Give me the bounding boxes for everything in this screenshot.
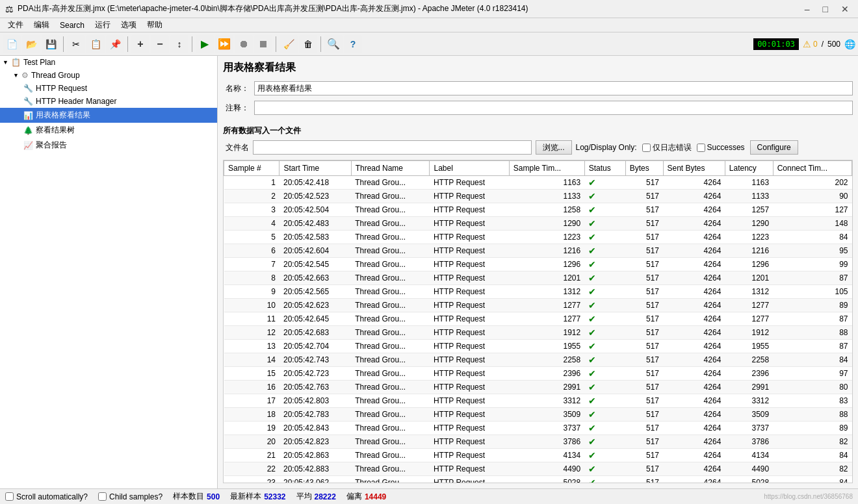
file-input[interactable] <box>253 140 532 155</box>
col-sample[interactable]: Sample # <box>224 161 280 176</box>
col-latency[interactable]: Latency <box>725 161 773 176</box>
results-table-container[interactable]: Sample # Start Time Thread Name Label Sa… <box>223 160 853 483</box>
menu-help[interactable]: 帮助 <box>142 18 168 32</box>
col-status[interactable]: Status <box>584 161 625 176</box>
table-row: 1620:05:42.763Thread Grou...HTTP Request… <box>224 381 852 394</box>
toolbar-add[interactable]: + <box>131 35 150 53</box>
table-cell: 517 <box>625 462 663 476</box>
sidebar-item-thread-group[interactable]: ▼ ⚙ Thread Group <box>0 69 217 82</box>
table-cell: 517 <box>625 244 663 258</box>
table-cell: 4490 <box>509 462 584 476</box>
table-cell: ✔ <box>584 394 625 408</box>
table-cell: 2396 <box>509 367 584 381</box>
table-cell: ✔ <box>584 231 625 244</box>
table-cell: HTTP Request <box>430 217 509 231</box>
log-error-checkbox[interactable] <box>642 144 651 152</box>
table-header-row: Sample # Start Time Thread Name Label Sa… <box>224 161 852 176</box>
successes-checkbox-label[interactable]: Successes <box>697 143 745 152</box>
toolbar-cut[interactable]: ✂ <box>67 35 85 53</box>
table-cell: Thread Grou... <box>351 176 430 190</box>
table-cell: 20:05:42.418 <box>280 176 351 190</box>
table-cell: HTTP Request <box>430 271 509 285</box>
table-cell: HTTP Request <box>430 462 509 476</box>
table-cell: 97 <box>773 367 852 381</box>
toolbar-start[interactable]: ▶ <box>196 35 214 53</box>
scroll-auto-label[interactable]: Scroll automatically? <box>5 492 88 501</box>
comment-input[interactable] <box>254 101 853 115</box>
table-cell: 1312 <box>725 285 773 299</box>
sidebar-item-results-table[interactable]: 📊 用表格察看结果 <box>0 108 217 123</box>
test-plan-label: Test Plan <box>23 58 55 67</box>
table-cell: 20:05:42.803 <box>280 394 351 408</box>
table-cell: HTTP Request <box>430 340 509 353</box>
maximize-btn[interactable]: □ <box>819 3 832 16</box>
toolbar-clear-all[interactable]: 🗑 <box>299 35 317 53</box>
table-cell: Thread Grou... <box>351 285 430 299</box>
table-cell: 517 <box>625 476 663 484</box>
toolbar-search-icon[interactable]: 🔍 <box>324 35 343 53</box>
table-cell: 88 <box>773 408 852 422</box>
sidebar-item-test-plan[interactable]: ▼ 📋 Test Plan <box>0 56 217 69</box>
table-cell: 4264 <box>663 422 725 435</box>
sidebar-item-http-request[interactable]: 🔧 HTTP Request <box>0 82 217 95</box>
menu-options[interactable]: 选项 <box>116 18 142 32</box>
toolbar-paste[interactable]: 📌 <box>106 35 124 53</box>
toolbar-start-no-pause[interactable]: ⏩ <box>215 35 233 53</box>
toolbar: 📄 📂 💾 ✂ 📋 📌 + − ↕ ▶ ⏩ ⏺ ⏹ 🧹 🗑 🔍 ? 00:01:… <box>0 32 858 56</box>
sidebar-item-http-header[interactable]: 🔧 HTTP Header Manager <box>0 95 217 108</box>
col-sample-time[interactable]: Sample Tim... <box>509 161 584 176</box>
col-connect-time[interactable]: Connect Tim... <box>773 161 852 176</box>
table-cell: 16 <box>224 381 280 394</box>
sidebar-item-aggregate[interactable]: 📈 聚合报告 <box>0 138 217 153</box>
col-bytes[interactable]: Bytes <box>625 161 663 176</box>
menu-run[interactable]: 运行 <box>90 18 116 32</box>
configure-btn[interactable]: Configure <box>750 140 798 155</box>
child-samples-checkbox[interactable] <box>98 492 107 501</box>
table-cell: 4264 <box>663 258 725 271</box>
close-btn[interactable]: ✕ <box>837 3 853 16</box>
table-cell: 517 <box>625 258 663 271</box>
successes-checkbox[interactable] <box>697 144 705 152</box>
toolbar-save[interactable]: 💾 <box>42 35 60 53</box>
col-sent-bytes[interactable]: Sent Bytes <box>663 161 725 176</box>
table-cell: 1216 <box>725 244 773 258</box>
table-cell: 4134 <box>725 449 773 462</box>
table-cell: HTTP Request <box>430 408 509 422</box>
table-cell: 517 <box>625 299 663 312</box>
content-panel: 用表格察看结果 名称： 注释： 所有数据写入一个文件 文件名 浏览... Log… <box>218 56 858 488</box>
menu-edit[interactable]: 编辑 <box>29 18 55 32</box>
col-start-time[interactable]: Start Time <box>280 161 351 176</box>
menu-file[interactable]: 文件 <box>3 18 29 32</box>
toolbar-new[interactable]: 📄 <box>3 35 21 53</box>
results-table-icon: 📊 <box>23 111 33 120</box>
menu-search[interactable]: Search <box>55 19 90 31</box>
toolbar-clear[interactable]: 🧹 <box>280 35 298 53</box>
table-cell: HTTP Request <box>430 353 509 367</box>
aggregate-icon: 📈 <box>23 141 33 150</box>
col-thread-name[interactable]: Thread Name <box>351 161 430 176</box>
name-input[interactable] <box>254 81 853 95</box>
toolbar-open[interactable]: 📂 <box>22 35 40 53</box>
table-cell: Thread Grou... <box>351 408 430 422</box>
table-cell: 4264 <box>663 326 725 340</box>
col-label[interactable]: Label <box>430 161 509 176</box>
log-error-checkbox-label[interactable]: 仅日志错误 <box>642 142 692 153</box>
toolbar-stop[interactable]: ⏺ <box>235 35 253 53</box>
child-samples-label[interactable]: Child samples? <box>98 492 162 501</box>
table-cell: ✔ <box>584 190 625 203</box>
table-cell: 20 <box>224 435 280 449</box>
table-cell: ✔ <box>584 299 625 312</box>
scroll-auto-checkbox[interactable] <box>5 492 14 501</box>
table-cell: 4264 <box>663 244 725 258</box>
title-bar: ⚖ PDA出库-高并发压测.jmx (E:\meter\apache-jmete… <box>0 0 858 18</box>
table-row: 920:05:42.565Thread Grou...HTTP Request1… <box>224 285 852 299</box>
toolbar-copy[interactable]: 📋 <box>86 35 105 53</box>
minimize-btn[interactable]: – <box>801 3 814 16</box>
browse-btn[interactable]: 浏览... <box>536 140 572 155</box>
toolbar-remove[interactable]: − <box>151 35 169 53</box>
toolbar-shutdown[interactable]: ⏹ <box>254 35 272 53</box>
sidebar-item-results-tree[interactable]: 🌲 察看结果树 <box>0 123 217 138</box>
toolbar-help[interactable]: ? <box>344 35 362 53</box>
table-cell: 2991 <box>509 381 584 394</box>
toolbar-expand[interactable]: ↕ <box>170 35 188 53</box>
